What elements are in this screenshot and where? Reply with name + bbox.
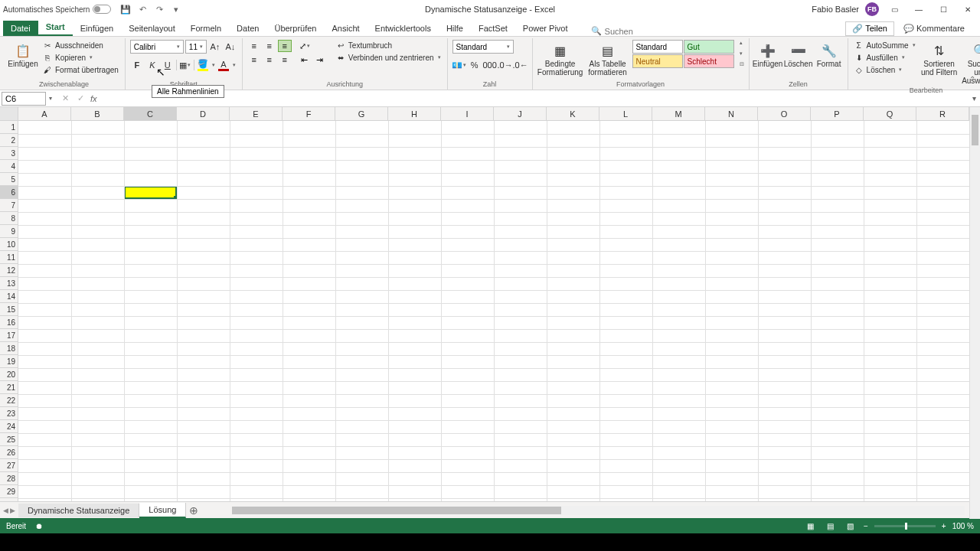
macro-record-icon[interactable]: ⏺ (35, 522, 43, 530)
zoom-level[interactable]: 100 % (952, 522, 974, 530)
enter-formula-button[interactable]: ✓ (74, 93, 87, 105)
zoom-in-button[interactable]: + (942, 522, 946, 530)
collapse-ribbon-icon[interactable]: ⌃ (969, 75, 975, 83)
row-header[interactable]: 22 (0, 394, 18, 407)
column-header[interactable]: C (124, 107, 177, 120)
scrollbar-thumb[interactable] (232, 507, 561, 514)
row-header[interactable]: 26 (0, 446, 18, 459)
styles-more-button[interactable]: ⊟ (740, 61, 744, 67)
namebox-dropdown[interactable]: ▾ (46, 95, 55, 102)
increase-font-button[interactable]: A↑ (208, 40, 222, 54)
row-header[interactable]: 25 (0, 433, 18, 446)
toggle-icon[interactable] (93, 5, 111, 14)
row-header[interactable]: 23 (0, 407, 18, 420)
copy-button[interactable]: ⎘Kopieren ▾ (41, 52, 120, 63)
column-header[interactable]: N (705, 107, 758, 120)
indent-increase-button[interactable]: ⇥ (313, 54, 327, 66)
row-header[interactable]: 24 (0, 420, 18, 433)
row-header[interactable]: 1 (0, 121, 18, 134)
row-header[interactable]: 4 (0, 160, 18, 173)
row-header[interactable]: 18 (0, 342, 18, 355)
font-size-select[interactable]: 11▾ (185, 40, 207, 54)
cut-button[interactable]: ✂Ausschneiden (41, 40, 120, 51)
indent-decrease-button[interactable]: ⇤ (298, 54, 312, 66)
share-button[interactable]: 🔗 Teilen (845, 21, 894, 36)
comments-button[interactable]: 💬 Kommentare (897, 22, 971, 35)
row-header[interactable]: 28 (0, 472, 18, 485)
tab-insert[interactable]: Einfügen (73, 21, 121, 36)
normal-view-button[interactable]: ▦ (804, 520, 818, 531)
font-name-select[interactable]: Calibri▾ (130, 40, 184, 54)
fx-icon[interactable]: fx (90, 94, 97, 103)
row-header[interactable]: 5 (0, 173, 18, 186)
format-as-table-button[interactable]: ▤Als Tabelle formatieren (586, 40, 629, 77)
autosave-toggle[interactable]: Automatisches Speichern (3, 5, 111, 14)
borders-button[interactable]: ▦▾ (178, 58, 192, 72)
sheet-tab-1[interactable]: Dynamische Statusanzeige (18, 504, 139, 517)
row-header[interactable]: 21 (0, 381, 18, 394)
formula-bar[interactable] (102, 92, 968, 106)
row-header[interactable]: 29 (0, 485, 18, 498)
tab-help[interactable]: Hilfe (439, 21, 471, 36)
style-schlecht[interactable]: Schlecht (684, 54, 734, 68)
cancel-formula-button[interactable]: ✕ (58, 93, 72, 105)
autosum-button[interactable]: ΣAutoSumme ▾ (853, 40, 917, 51)
align-top-button[interactable]: ≡ (247, 40, 261, 52)
row-header[interactable]: 27 (0, 459, 18, 472)
column-header[interactable]: J (494, 107, 547, 120)
bold-button[interactable]: F (130, 58, 144, 72)
sheet-nav-prev-icon[interactable]: ◀ (3, 507, 8, 514)
tab-formulas[interactable]: Formeln (183, 21, 229, 36)
row-header[interactable]: 20 (0, 368, 18, 381)
align-right-button[interactable]: ≡ (278, 54, 292, 66)
styles-up-button[interactable]: ▴ (740, 40, 744, 46)
tab-powerpivot[interactable]: Power Pivot (515, 21, 576, 36)
qat-more-icon[interactable]: ▾ (171, 4, 181, 15)
row-header[interactable]: 12 (0, 264, 18, 277)
column-header[interactable]: R (916, 107, 969, 120)
row-header[interactable]: 16 (0, 316, 18, 329)
page-layout-view-button[interactable]: ▤ (824, 520, 838, 531)
row-header[interactable]: 2 (0, 134, 18, 147)
percent-button[interactable]: % (468, 58, 482, 72)
style-gut[interactable]: Gut (684, 40, 734, 54)
font-color-button[interactable]: A (217, 58, 230, 72)
column-header[interactable]: Q (864, 107, 916, 120)
fill-color-dropdown[interactable]: ▾ (212, 62, 215, 68)
row-header[interactable]: 13 (0, 277, 18, 290)
paste-button[interactable]: 📋 Einfügen (8, 40, 38, 68)
tab-file[interactable]: Datei (3, 21, 38, 36)
style-standard[interactable]: Standard (632, 40, 683, 54)
increase-decimal-button[interactable]: .0→ (498, 58, 512, 72)
italic-button[interactable]: K (145, 58, 159, 72)
font-color-dropdown[interactable]: ▾ (233, 62, 236, 68)
tab-review[interactable]: Überprüfen (266, 21, 324, 36)
accounting-format-button[interactable]: 💶▾ (452, 58, 466, 72)
zoom-slider[interactable] (874, 525, 936, 527)
number-format-select[interactable]: Standard▾ (452, 40, 514, 54)
column-header[interactable]: O (758, 107, 811, 120)
cells[interactable] (18, 121, 980, 501)
maximize-icon[interactable]: ☐ (934, 3, 952, 15)
ribbon-display-icon[interactable]: ▭ (885, 3, 903, 15)
column-header[interactable]: D (177, 107, 230, 120)
decrease-font-button[interactable]: A↓ (224, 40, 237, 54)
name-box[interactable]: C6 (2, 92, 46, 106)
align-middle-button[interactable]: ≡ (263, 40, 276, 52)
decrease-decimal-button[interactable]: .0← (514, 58, 528, 72)
comma-button[interactable]: 000 (483, 58, 497, 72)
row-header[interactable]: 6 (0, 186, 18, 199)
tab-data[interactable]: Daten (229, 21, 266, 36)
styles-down-button[interactable]: ▾ (740, 51, 744, 57)
zoom-out-button[interactable]: − (864, 522, 868, 530)
add-sheet-button[interactable]: ⊕ (186, 504, 201, 517)
column-header[interactable]: L (599, 107, 652, 120)
scrollbar-thumb[interactable] (972, 115, 978, 145)
row-header[interactable]: 8 (0, 212, 18, 225)
row-header[interactable]: 9 (0, 225, 18, 238)
underline-button[interactable]: U (161, 58, 175, 72)
row-header[interactable]: 17 (0, 329, 18, 342)
align-left-button[interactable]: ≡ (247, 54, 261, 66)
style-neutral[interactable]: Neutral (632, 54, 683, 68)
tab-developer[interactable]: Entwicklertools (368, 21, 439, 36)
